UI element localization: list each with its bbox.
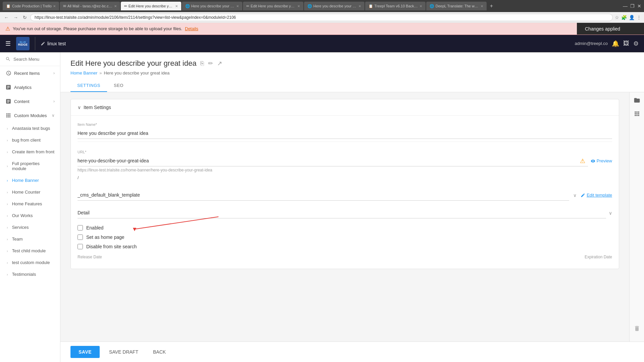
sub-item-label: Anastasia test bugs	[12, 126, 50, 131]
sidebar-sub-item-create-item[interactable]: › Create item from front	[0, 146, 60, 158]
sidebar-sub-item-bug-from-client[interactable]: › bug from client	[0, 134, 60, 146]
panel-files-icon[interactable]	[632, 95, 642, 106]
notifications-icon[interactable]: 🔔	[612, 40, 619, 47]
save-draft-button[interactable]: SAVE DRAFT	[104, 346, 144, 358]
browser-tab-0[interactable]: 📋Code Production | Trello ✕	[3, 2, 59, 10]
sub-item-chevron: ›	[7, 237, 8, 241]
sidebar-sub-item-home-counter[interactable]: › Home Counter	[0, 186, 60, 198]
search-menu[interactable]: Search Menu	[0, 52, 60, 66]
settings-icon[interactable]: ⚙	[633, 40, 639, 47]
page-area: Edit Here you describe your great idea ⎘…	[60, 52, 644, 362]
item-name-label: Item Name*	[78, 122, 612, 126]
profile-icon[interactable]: 👤	[629, 15, 635, 20]
sidebar-sub-item-test-custom[interactable]: › test custom module	[0, 257, 60, 268]
item-settings-card: ∨ Item Settings Item Name*	[70, 99, 619, 269]
sub-item-chevron: ›	[7, 164, 8, 168]
enabled-checkbox[interactable]	[78, 225, 83, 230]
detail-select[interactable]: Detail	[78, 207, 606, 218]
app-layout: ⚠ You've run out of storage. Please purc…	[0, 23, 644, 362]
changes-applied-text: Changes applied	[585, 26, 620, 32]
sidebar-sub-item-test-child[interactable]: › Test child module	[0, 245, 60, 257]
url-bar[interactable]	[30, 14, 613, 21]
sidebar-item-content[interactable]: Content ›	[0, 94, 60, 108]
edit-template-link[interactable]: Edit template	[581, 193, 612, 198]
sidebar-sub-item-full-properties[interactable]: › Full properties module	[0, 158, 60, 174]
browser-tab-3[interactable]: 🌐Here you describe your gr... ✕	[182, 2, 242, 10]
files-icon[interactable]: 🖼	[623, 40, 629, 47]
storage-warning-bar: ⚠ You've run out of storage. Please purc…	[0, 23, 644, 35]
item-name-field: Item Name*	[78, 122, 612, 142]
url-input[interactable]	[78, 155, 588, 166]
set-as-home-checkbox[interactable]	[78, 235, 83, 240]
sidebar-item-custom-modules[interactable]: Custom Modules ∨	[0, 108, 60, 122]
detail-row: Detail ∨	[78, 207, 612, 218]
url-slash: /	[78, 174, 612, 182]
extensions-icon[interactable]: 🧩	[621, 15, 627, 20]
card-title-item-settings: Item Settings	[84, 105, 111, 110]
browser-tab-2[interactable]: ✏Edit Here you describe yo... ✕	[121, 2, 181, 10]
sidebar-sub-item-home-banner[interactable]: › Home Banner	[0, 174, 60, 186]
delete-icon[interactable]	[631, 322, 643, 336]
refresh-button[interactable]: ↻	[21, 14, 28, 21]
sub-item-chevron: ›	[7, 178, 8, 183]
card-collapse-icon[interactable]: ∨	[78, 105, 81, 110]
copy-icon[interactable]: ⎘	[200, 60, 204, 67]
page-title: Edit Here you describe your great idea	[70, 59, 196, 68]
browser-tab-4[interactable]: ✏Edit Here you describe yo... ✕	[243, 2, 303, 10]
bottom-bar: SAVE SAVE DRAFT BACK	[60, 342, 644, 362]
tab-seo[interactable]: SEO	[107, 80, 130, 92]
edit-icon	[41, 41, 45, 46]
back-button[interactable]: BACK	[148, 346, 171, 358]
browser-tab-1[interactable]: ✉All Mail - taras.r@ez-bc.cc... ✕	[60, 2, 120, 10]
breadcrumb-separator: »	[99, 70, 102, 75]
sub-item-label: Team	[12, 237, 23, 242]
preview-label: Preview	[597, 158, 612, 163]
disable-search-checkbox[interactable]	[78, 244, 83, 249]
storage-warning-text: You've run out of storage. Please purcha…	[13, 26, 182, 31]
hamburger-icon[interactable]: ☰	[5, 40, 11, 47]
forward-button[interactable]: →	[12, 14, 19, 21]
sidebar-item-recent-items[interactable]: Recent Items ›	[0, 66, 60, 80]
sidebar-item-analytics[interactable]: Analytics	[0, 80, 60, 94]
sidebar-sub-item-home-features[interactable]: › Home Features	[0, 198, 60, 210]
template-arrow-icon: ∨	[573, 193, 577, 198]
sidebar-sub-item-team[interactable]: › Team	[0, 233, 60, 245]
bookmark-icon[interactable]: ☆	[615, 15, 619, 20]
new-tab-button[interactable]: +	[487, 2, 496, 10]
tab-settings[interactable]: SETTINGS	[70, 80, 107, 92]
browser-tab-7[interactable]: 🌐DeepL Translate: The worl... ✕	[426, 2, 487, 10]
logo-box: BLUE RIDGE	[16, 37, 30, 50]
back-button[interactable]: ←	[3, 14, 10, 21]
sidebar-sub-item-anastasia[interactable]: › Anastasia test bugs	[0, 122, 60, 134]
sub-item-chevron: ›	[7, 138, 8, 142]
preview-link[interactable]: Preview	[591, 158, 612, 163]
browser-tab-6[interactable]: 📋Treepl Team v6.10 Backlog... ✕	[365, 2, 426, 10]
sidebar-sub-item-services[interactable]: › Services	[0, 221, 60, 233]
user-email: admin@treepl.co	[575, 41, 608, 46]
template-row: _cms_default_blank_template ∨ Edit templ…	[78, 190, 612, 201]
export-icon[interactable]: ↗	[217, 60, 222, 67]
storage-details-link[interactable]: Details	[185, 26, 198, 31]
browser-tabs: 📋Code Production | Trello ✕ ✉All Mail - …	[3, 2, 619, 10]
sub-item-label: Our Works	[12, 213, 33, 218]
analytics-icon	[5, 84, 11, 90]
sidebar-sub-item-testimonials[interactable]: › Testimonials	[0, 268, 60, 280]
menu-icon[interactable]: ⋮	[637, 15, 641, 20]
save-button[interactable]: SAVE	[70, 346, 100, 358]
edit-title-icon[interactable]: ✏	[208, 60, 213, 67]
card-body-item-settings: Item Name* URL* ⚠	[71, 116, 619, 269]
item-name-input[interactable]	[78, 128, 612, 139]
template-select[interactable]: _cms_default_blank_template	[78, 190, 569, 201]
recent-items-icon	[5, 70, 11, 76]
panel-grid-icon[interactable]	[632, 108, 642, 119]
browser-tab-5[interactable]: 🌐Here you describe your gr... ✕	[304, 2, 364, 10]
sub-item-label: Full properties module	[12, 161, 55, 171]
sidebar-sub-item-our-works[interactable]: › Our Works	[0, 210, 60, 221]
breadcrumb-parent[interactable]: Home Banner	[70, 70, 97, 75]
site-name-text: linux test	[47, 41, 66, 46]
enabled-label: Enabled	[86, 225, 103, 230]
search-menu-label: Search Menu	[13, 57, 39, 62]
url-warning-icon: ⚠	[580, 157, 585, 165]
sub-item-chevron: ›	[7, 126, 8, 131]
disable-search-row: Disable from site search	[78, 244, 612, 249]
